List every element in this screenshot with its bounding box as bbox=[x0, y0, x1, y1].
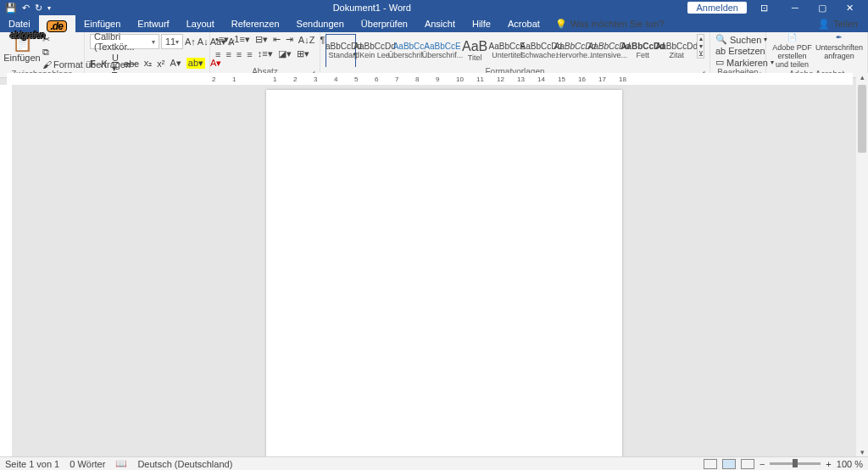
style-preview: AaB bbox=[462, 40, 487, 53]
word-count[interactable]: 0 Wörter bbox=[70, 459, 105, 469]
tab-sendungen[interactable]: Sendungen bbox=[288, 15, 353, 32]
style-name: Untertitel bbox=[492, 51, 522, 59]
style-titel[interactable]: AaBTitel bbox=[461, 34, 488, 67]
style-name: Intensive... bbox=[590, 51, 627, 59]
print-layout-icon[interactable] bbox=[722, 459, 736, 469]
read-mode-icon[interactable] bbox=[704, 459, 717, 469]
scroll-up-icon[interactable]: ▴ bbox=[856, 73, 868, 81]
style-schwache[interactable]: AaBbCcDdSchwache... bbox=[526, 34, 556, 67]
tab-layout[interactable]: Layout bbox=[178, 15, 223, 32]
subscript-button[interactable]: x₂ bbox=[144, 58, 153, 69]
shading-icon[interactable]: ◪▾ bbox=[278, 48, 292, 59]
tab-einfuegen[interactable]: Einfügen bbox=[75, 15, 129, 32]
highlight-icon[interactable]: ab▾ bbox=[186, 58, 205, 69]
justify-icon[interactable]: ≡ bbox=[247, 49, 252, 59]
group-clipboard: 📋 Einfügen ✂ ⧉ 🖌Format übertragen Zwisch… bbox=[0, 32, 85, 77]
paste-icon: 📋 bbox=[12, 34, 33, 51]
tab-acrobat[interactable]: Acrobat bbox=[499, 15, 548, 32]
share-button[interactable]: 👤 Teilen bbox=[818, 19, 868, 30]
shrink-font-icon[interactable]: A↓ bbox=[198, 36, 209, 47]
scroll-thumb[interactable] bbox=[858, 85, 866, 153]
numbering-icon[interactable]: 1≡▾ bbox=[234, 34, 250, 45]
style-zitat[interactable]: AaBbCcDdZitat bbox=[661, 34, 692, 67]
maximize-button[interactable]: ▢ bbox=[809, 3, 836, 14]
text-effects-icon[interactable]: A▾ bbox=[170, 58, 181, 69]
tab-ansicht[interactable]: Ansicht bbox=[416, 15, 464, 32]
bullets-icon[interactable]: •≡▾ bbox=[215, 34, 229, 45]
font-name-combo[interactable]: Calibri (Textkör...▾ bbox=[90, 34, 159, 49]
tab-entwurf[interactable]: Entwurf bbox=[129, 15, 177, 32]
horizontal-ruler[interactable]: 21123456789101112131415161718 bbox=[7, 73, 853, 85]
tab-hilfe[interactable]: Hilfe bbox=[464, 15, 499, 32]
ribbon-tabs: Datei Start Einfügen Entwurf Layout Refe… bbox=[0, 15, 868, 32]
align-center-icon[interactable]: ≡ bbox=[225, 49, 231, 59]
lightbulb-icon: 💡 bbox=[555, 19, 567, 30]
scroll-down-icon[interactable]: ▾ bbox=[856, 448, 868, 456]
style-fett[interactable]: AaBbCcDdFett bbox=[627, 34, 658, 67]
styles-more-button[interactable]: ▴▾⊻ bbox=[697, 34, 704, 59]
tab-referenzen[interactable]: Referenzen bbox=[223, 15, 288, 32]
group-editing: 🔍Suchen▾ abErsetzen ▭Markieren▾ Bearbeit… bbox=[710, 32, 766, 77]
align-left-icon[interactable]: ≡ bbox=[215, 49, 220, 59]
paste-button[interactable]: 📋 Einfügen bbox=[5, 34, 39, 63]
font-name-value: Calibri (Textkör... bbox=[94, 31, 152, 52]
style-untertitel[interactable]: AaBbCcEUntertitel bbox=[492, 34, 522, 67]
close-button[interactable]: ✕ bbox=[836, 3, 863, 14]
redo-icon[interactable]: ↻ bbox=[35, 3, 42, 14]
request-signatures-button[interactable]: ✒ Unterschriften anfragen bbox=[816, 34, 862, 61]
multilevel-icon[interactable]: ⊟▾ bbox=[255, 34, 268, 45]
zoom-in-button[interactable]: + bbox=[826, 459, 831, 469]
style-berschrif[interactable]: AaBbCcÜberschrif... bbox=[393, 34, 424, 67]
tab-start[interactable]: Start bbox=[39, 15, 75, 32]
spellcheck-icon[interactable]: 📖 bbox=[115, 458, 127, 469]
minimize-button[interactable]: ─ bbox=[782, 3, 809, 14]
copy-icon: ⧉ bbox=[42, 47, 49, 58]
style-keinlee[interactable]: AaBbCcDd¶ Kein Lee... bbox=[359, 34, 390, 67]
undo-icon[interactable]: ↶ bbox=[22, 3, 30, 14]
grow-font-icon[interactable]: A↑ bbox=[185, 36, 196, 47]
zoom-level[interactable]: 100 % bbox=[837, 459, 863, 469]
brush-icon: 🖌 bbox=[42, 59, 52, 70]
tell-me-label: Was möchten Sie tun? bbox=[570, 19, 664, 29]
font-size-combo[interactable]: 11▾ bbox=[161, 34, 183, 49]
sort-icon[interactable]: A↓Z bbox=[298, 35, 315, 45]
zoom-slider[interactable] bbox=[770, 462, 821, 465]
style-intensive[interactable]: AaBbCcDdIntensive... bbox=[593, 34, 624, 67]
select-button[interactable]: ▭Markieren▾ bbox=[715, 57, 774, 68]
ribbon-options-icon[interactable]: ⊡ bbox=[760, 3, 768, 14]
align-right-icon[interactable]: ≡ bbox=[236, 49, 242, 59]
tab-ueberpruefen[interactable]: Überprüfen bbox=[353, 15, 416, 32]
replace-button[interactable]: abErsetzen bbox=[715, 46, 774, 56]
vertical-ruler[interactable] bbox=[0, 85, 12, 456]
style-preview: AaBbCcDd bbox=[656, 42, 698, 51]
vertical-scrollbar[interactable]: ▴ ▾ bbox=[856, 73, 868, 456]
web-layout-icon[interactable] bbox=[741, 459, 754, 469]
style-preview: AaBbCcDd bbox=[353, 42, 395, 51]
tab-datei[interactable]: Datei bbox=[0, 15, 39, 32]
document-page[interactable] bbox=[266, 90, 622, 456]
create-pdf-button[interactable]: 📄 Adobe PDF erstellen und teilen bbox=[771, 34, 813, 70]
superscript-button[interactable]: x² bbox=[157, 59, 164, 69]
italic-button[interactable]: K bbox=[101, 59, 107, 69]
find-button[interactable]: 🔍Suchen▾ bbox=[715, 34, 774, 45]
strike-button[interactable]: abc bbox=[124, 59, 139, 69]
qat-dropdown-icon[interactable]: ▾ bbox=[47, 4, 51, 12]
language-status[interactable]: Deutsch (Deutschland) bbox=[137, 459, 232, 469]
style-standard[interactable]: AaBbCcDd¶ Standard bbox=[326, 34, 356, 67]
line-spacing-icon[interactable]: ↕≡▾ bbox=[258, 48, 273, 59]
outdent-icon[interactable]: ⇤ bbox=[273, 34, 281, 45]
borders-icon[interactable]: ⊞▾ bbox=[297, 48, 309, 59]
style-preview: AaBbCc bbox=[393, 42, 425, 51]
save-icon[interactable]: 💾 bbox=[5, 3, 17, 14]
login-button[interactable]: Anmelden bbox=[687, 2, 747, 14]
share-icon: 👤 bbox=[818, 19, 830, 30]
indent-icon[interactable]: ⇥ bbox=[286, 34, 293, 45]
page-status[interactable]: Seite 1 von 1 bbox=[5, 459, 59, 469]
tell-me[interactable]: 💡 Was möchten Sie tun? bbox=[555, 19, 664, 30]
quick-access-toolbar: 💾 ↶ ↻ ▾ bbox=[0, 3, 56, 14]
style-berschrif[interactable]: AaBbCcEÜberschrif... bbox=[427, 34, 458, 67]
style-hervorhe[interactable]: AaBbCcDdHervorhe... bbox=[559, 34, 590, 67]
underline-button[interactable]: U ▾ bbox=[112, 53, 119, 74]
bold-button[interactable]: F bbox=[90, 59, 96, 69]
zoom-out-button[interactable]: − bbox=[760, 459, 765, 469]
